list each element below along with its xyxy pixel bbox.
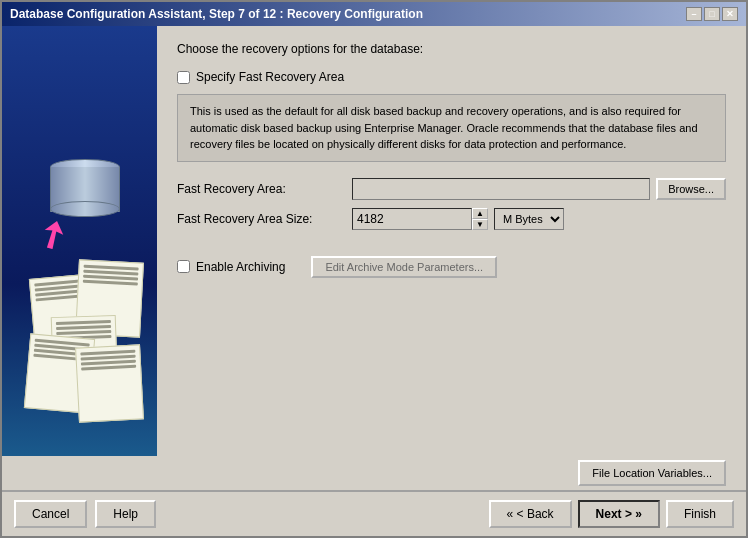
- bottom-bar: Cancel Help « < Back Next > » Finish: [2, 491, 746, 536]
- specify-fra-checkbox[interactable]: [177, 71, 190, 84]
- size-spinner: ▲ ▼: [472, 208, 488, 230]
- specify-fra-label[interactable]: Specify Fast Recovery Area: [196, 70, 344, 84]
- help-button[interactable]: Help: [95, 500, 156, 528]
- fast-recovery-size-label: Fast Recovery Area Size:: [177, 212, 352, 226]
- back-button[interactable]: « < Back: [489, 500, 572, 528]
- spinner-up-button[interactable]: ▲: [472, 208, 488, 219]
- unit-dropdown[interactable]: M Bytes G Bytes: [494, 208, 564, 230]
- close-button[interactable]: ✕: [722, 7, 738, 21]
- title-bar: Database Configuration Assistant, Step 7…: [2, 2, 746, 26]
- left-panel: ➚: [2, 26, 157, 456]
- cancel-button[interactable]: Cancel: [14, 500, 87, 528]
- finish-button[interactable]: Finish: [666, 500, 734, 528]
- bottom-left-buttons: Cancel Help: [14, 500, 156, 528]
- edit-archive-button[interactable]: Edit Archive Mode Parameters...: [311, 256, 497, 278]
- fast-recovery-area-row: Fast Recovery Area: Browse...: [177, 178, 726, 200]
- fast-recovery-area-input[interactable]: [352, 178, 650, 200]
- description-box: This is used as the default for all disk…: [177, 94, 726, 162]
- enable-archiving-label[interactable]: Enable Archiving: [196, 260, 285, 274]
- left-panel-art: ➚: [2, 26, 157, 456]
- title-bar-controls: – □ ✕: [686, 7, 738, 21]
- spinner-down-button[interactable]: ▼: [472, 219, 488, 230]
- main-window: Database Configuration Assistant, Step 7…: [0, 0, 748, 538]
- arrow-icon: ➚: [29, 209, 76, 260]
- archiving-row: Enable Archiving Edit Archive Mode Param…: [177, 256, 726, 278]
- window-title: Database Configuration Assistant, Step 7…: [10, 7, 423, 21]
- fast-recovery-area-label: Fast Recovery Area:: [177, 182, 352, 196]
- file-location-row: File Location Variables...: [2, 456, 746, 490]
- back-label: < Back: [517, 507, 554, 521]
- document-paper-5: [75, 344, 144, 422]
- fast-recovery-size-row: Fast Recovery Area Size: ▲ ▼ M Bytes G B…: [177, 208, 726, 230]
- back-chevron-icon: «: [507, 507, 514, 521]
- section-title: Choose the recovery options for the data…: [177, 42, 726, 56]
- fast-recovery-size-input[interactable]: [352, 208, 472, 230]
- specify-fra-row: Specify Fast Recovery Area: [177, 70, 726, 84]
- description-text: This is used as the default for all disk…: [190, 105, 698, 150]
- browse-button[interactable]: Browse...: [656, 178, 726, 200]
- file-location-button[interactable]: File Location Variables...: [578, 460, 726, 486]
- papers-area: ➚: [22, 176, 142, 376]
- main-content: ➚ Choose the recovery options for the da…: [2, 26, 746, 456]
- next-button[interactable]: Next > »: [578, 500, 660, 528]
- maximize-button[interactable]: □: [704, 7, 720, 21]
- bottom-right-buttons: « < Back Next > » Finish: [489, 500, 734, 528]
- enable-archiving-checkbox[interactable]: [177, 260, 190, 273]
- next-chevron-icon: »: [635, 507, 642, 521]
- next-label: Next >: [596, 507, 632, 521]
- right-panel: Choose the recovery options for the data…: [157, 26, 746, 456]
- minimize-button[interactable]: –: [686, 7, 702, 21]
